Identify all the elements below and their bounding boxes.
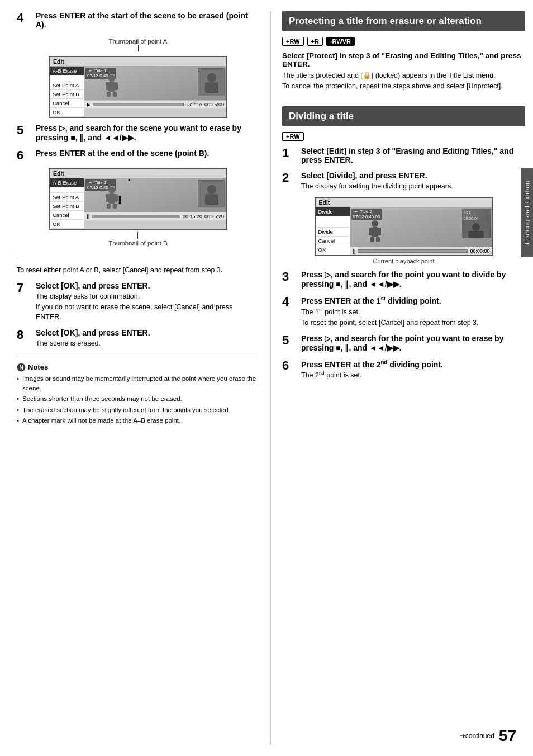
svg-rect-17	[205, 194, 218, 205]
step-7-content: Select [OK], and press ENTER. The displa…	[36, 281, 259, 323]
svg-rect-2	[107, 92, 111, 97]
svg-point-27	[472, 223, 480, 231]
play-icon-a: ▶	[87, 102, 91, 107]
step-7: 7 Select [OK], and press ENTER. The disp…	[17, 281, 259, 323]
div-step-3-title: Press ▷, and search for the point you wa…	[301, 270, 525, 289]
menu-set-point-a-b: Set Point A	[50, 193, 84, 202]
note-2: Sections shorter than three seconds may …	[17, 394, 259, 404]
step-7-title: Select [OK], and press ENTER.	[36, 281, 259, 290]
svg-rect-24	[369, 228, 372, 235]
dividing-badges: +RW	[282, 132, 525, 141]
notes-icon: N	[17, 363, 26, 372]
menu-spacer1	[50, 75, 84, 81]
person-figure-d	[367, 220, 383, 244]
point-a-time: 00:15:20	[183, 214, 202, 219]
menu-ab-erase: A-B Erase	[50, 67, 84, 75]
dividing-header: Dividing a title	[282, 106, 525, 126]
div-step-1-content: Select [Edit] in step 3 of "Erasing and …	[301, 147, 525, 166]
badge-rwvr: -RWVR	[326, 37, 355, 46]
protecting-sub1-title: Select [Protect] in step 3 of "Erasing a…	[282, 51, 525, 68]
menu-ab-erase-b: A-B Erase	[50, 178, 84, 187]
div-step-2-content: Select [Divide], and press ENTER. The di…	[301, 171, 525, 192]
div-step-6-body: The 2nd point is set.	[301, 370, 525, 381]
title-overlay-d: 📼Title 2 07/12 0:45:00	[351, 209, 382, 220]
thumb-b	[198, 180, 225, 207]
edit-screen-a-wrapper: Thumbnail of point A Edit A-B Erase Set …	[17, 36, 259, 118]
page-number: 57	[499, 727, 516, 745]
step-4: 4 Press ENTER at the start of the scene …	[17, 11, 259, 30]
divide-preview: 📼Title 2 07/12 0:45:00	[350, 207, 492, 255]
div-step-4-body: The 1st point is set. To reset the point…	[301, 306, 525, 328]
page-footer: ➜continued 57	[460, 727, 516, 745]
div-step-5: 5 Press ▷, and search for the point you …	[282, 334, 525, 353]
div-step-4-title: Press ENTER at the 1st dividing point.	[301, 295, 525, 305]
div-step-2: 2 Select [Divide], and press ENTER. The …	[282, 171, 525, 192]
svg-point-16	[207, 185, 216, 194]
menu-cancel-a: Cancel	[50, 99, 84, 108]
svg-text:N: N	[19, 365, 23, 371]
div-step-1-title: Select [Edit] in step 3 of "Erasing and …	[301, 147, 525, 164]
svg-rect-13	[106, 194, 109, 202]
edit-screen-b: Edit A-B Erase Set Point A Set Point B C…	[49, 168, 227, 230]
side-tab: Erasing and Editing	[521, 168, 533, 257]
edit-screen-a-header: Edit	[50, 57, 226, 67]
edit-screen-b-wrapper: Edit A-B Erase Set Point A Set Point B C…	[17, 168, 259, 251]
edit-menu-b: A-B Erase Set Point A Set Point B Cancel…	[50, 178, 84, 229]
svg-point-0	[108, 75, 115, 82]
divide-screen-header: Edit	[316, 198, 492, 207]
step-4-content: Press ENTER at the start of the scene to…	[36, 11, 259, 30]
divide-preview-main: 📼Title 2 07/12 0:45:00	[350, 207, 492, 247]
step-7-number: 7	[17, 281, 32, 295]
person-figure-a	[104, 74, 120, 98]
svg-rect-22	[370, 237, 374, 242]
div-step-4-content: Press ENTER at the 1st dividing point. T…	[301, 295, 525, 328]
menu-set-point-b: Set Point B	[50, 90, 84, 99]
point-b-time: 00:15:20	[204, 214, 224, 219]
step-6-title: Press ENTER at the end of the scene (poi…	[36, 149, 259, 158]
svg-rect-23	[376, 237, 380, 242]
menu-spacer-d	[316, 216, 350, 228]
step-4-number: 4	[17, 11, 32, 25]
svg-rect-10	[108, 193, 115, 204]
thumb-d: #21 00:00:04	[462, 209, 491, 238]
menu-ok-b: OK	[50, 220, 84, 229]
div-step-1: 1 Select [Edit] in step 3 of "Erasing an…	[282, 147, 525, 166]
reset-text: To reset either point A or B, select [Ca…	[17, 265, 259, 276]
continued-text: ➜continued	[460, 732, 494, 740]
menu-set-point-a: Set Point A	[50, 81, 84, 90]
menu-set-point-b-b: Set Point B	[50, 202, 84, 211]
step-5: 5 Press ▷, and search for the scene you …	[17, 124, 259, 143]
svg-point-20	[372, 220, 378, 227]
right-column: Protecting a title from erasure or alter…	[271, 11, 525, 745]
timeline-d	[358, 249, 468, 253]
edit-screen-a-body: A-B Erase Set Point A Set Point B Cancel…	[50, 67, 226, 117]
notes-title: N Notes	[17, 363, 259, 372]
svg-rect-21	[372, 227, 378, 237]
protecting-badges: +RW +R -RWVR	[282, 37, 525, 46]
pause-icon-b: ‖	[87, 214, 89, 219]
div-step-5-title: Press ▷, and search for the point you wa…	[301, 334, 525, 352]
badge-r: +R	[307, 37, 323, 46]
left-column: 4 Press ENTER at the start of the scene …	[17, 11, 271, 745]
edit-preview-b: 📼Title 1 07/12 0:45:00	[84, 178, 226, 229]
divide-screen-wrapper: Edit Divide Divide Cancel OK	[282, 197, 525, 264]
edit-menu-a: A-B Erase Set Point A Set Point B Cancel…	[50, 67, 84, 117]
pause-icon-d: ‖	[353, 248, 355, 254]
edit-preview-main-b: 📼Title 1 07/12 0:45:00	[84, 178, 226, 212]
timeline-a	[93, 103, 184, 106]
menu-ok-d: OK	[316, 245, 350, 254]
step-8-title: Select [OK], and press ENTER.	[36, 328, 259, 337]
svg-point-9	[108, 187, 115, 193]
protecting-sub1: Select [Protect] in step 3 of "Erasing a…	[282, 51, 525, 92]
menu-cancel-b: Cancel	[50, 211, 84, 220]
divide-screen: Edit Divide Divide Cancel OK	[315, 197, 493, 256]
protecting-section: Protecting a title from erasure or alter…	[282, 11, 525, 92]
div-step-2-num: 2	[282, 171, 298, 185]
menu-spacer2	[50, 187, 84, 193]
menu-cancel-d: Cancel	[316, 237, 350, 245]
step-5-content: Press ▷, and search for the scene you wa…	[36, 124, 259, 143]
thumb-num: #21	[463, 209, 491, 216]
div-step-4: 4 Press ENTER at the 1st dividing point.…	[282, 295, 525, 328]
step-6-content: Press ENTER at the end of the scene (poi…	[36, 149, 259, 159]
step-8-number: 8	[17, 328, 32, 342]
